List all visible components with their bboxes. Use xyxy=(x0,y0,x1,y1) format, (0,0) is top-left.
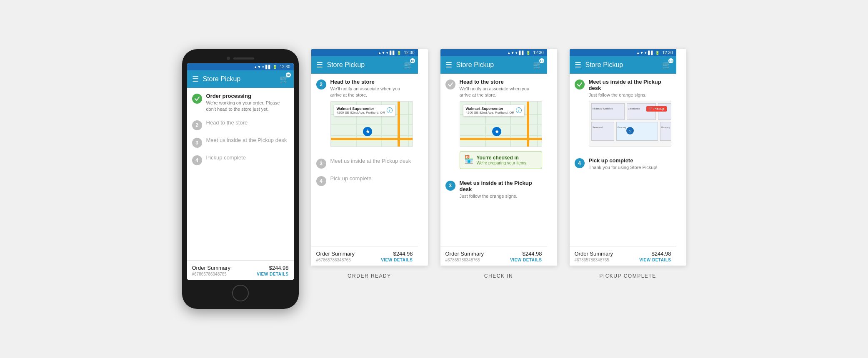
status-bar: ▲▼ ▾ ▋▋ 🔋 12:30 xyxy=(187,63,294,70)
checkin-title: You're checked in xyxy=(477,155,528,161)
order-summary-bar: Order Summary $244.98 #67865786348765 VI… xyxy=(440,246,547,266)
cart-wrap[interactable]: 🛒 10 xyxy=(404,60,413,70)
step-title: Meet us inside at the Pickup desk xyxy=(460,180,542,192)
step-circle: 4 xyxy=(575,158,585,168)
view-details-link[interactable]: VIEW DETAILS xyxy=(257,272,288,276)
menu-icon[interactable]: ☰ xyxy=(316,60,323,70)
battery-icon: 🔋 xyxy=(526,51,530,55)
step-text: Meet us inside at the Pickup deskJust fo… xyxy=(589,79,671,151)
nav-icon: ▲▼ xyxy=(254,65,261,69)
view-details-link[interactable]: VIEW DETAILS xyxy=(639,258,671,262)
cart-wrap[interactable]: 🛒 10 xyxy=(280,75,289,84)
step-text: Meet us inside at the Pickup desk xyxy=(330,158,413,164)
time-display: 12:30 xyxy=(280,65,290,69)
checkin-box: 🏪 You're checked in We're preparing your… xyxy=(460,151,542,169)
order-summary-top: Order Summary $244.98 xyxy=(575,251,671,257)
room1-label: Health & Wellness xyxy=(592,107,614,110)
menu-icon[interactable]: ☰ xyxy=(445,60,452,70)
screen-screen2: ▲▼ ▾ ▋▋ 🔋 12:30 ☰ Store Pickup 🛒 10 2Hea… xyxy=(311,49,418,266)
step-text: Pick up complete xyxy=(330,175,413,181)
step-desc: Just follow the orange signs. xyxy=(589,92,671,98)
cart-count: 10 xyxy=(539,58,544,63)
room2-label: Electronics xyxy=(627,107,641,110)
app-bar: ☰ Store Pickup 🛒 10 xyxy=(311,56,418,74)
step-title: Head to the store xyxy=(460,79,542,85)
map-info-box: Walmart Supercenter 4200 SE 82nd Ave, Po… xyxy=(463,105,525,116)
order-summary-bottom: #67865786348765 VIEW DETAILS xyxy=(575,258,671,262)
step-content-area: 2Head to the storeWe'll notify an associ… xyxy=(311,74,418,246)
screen-label-1: ORDER READY xyxy=(348,273,391,279)
steps-area: 2Head to the storeWe'll notify an associ… xyxy=(316,79,413,193)
step-item: 4Pick up complete xyxy=(316,175,413,186)
pickup-badge: 🛒 Pickup xyxy=(646,106,666,112)
menu-icon[interactable]: ☰ xyxy=(575,60,581,70)
battery-icon: 🔋 xyxy=(655,51,660,55)
step-text: Meet us inside at the Pickup desk xyxy=(206,137,289,143)
order-price: $244.98 xyxy=(393,251,413,257)
nav-icon: ▲▼ xyxy=(378,51,385,55)
wifi-icon: ▾ xyxy=(515,51,518,55)
app-title: Store Pickup xyxy=(456,61,529,69)
step-circle xyxy=(445,80,455,90)
step-text: Meet us inside at the Pickup deskJust fo… xyxy=(460,180,542,199)
signal-icon: ▋▋ xyxy=(265,65,271,69)
info-icon[interactable]: i xyxy=(387,107,393,113)
time-display: 12:30 xyxy=(533,50,543,55)
cart-wrap[interactable]: 🛒 10 xyxy=(533,60,542,70)
order-summary-bar: Order Summary $244.98 #67865786348765 VI… xyxy=(570,246,676,266)
order-summary-bottom: #67865786348765 VIEW DETAILS xyxy=(192,272,289,276)
floorplan-inner: Health & Wellness Electronics Seasonal G… xyxy=(589,101,671,146)
order-summary-top: Order Summary $244.98 xyxy=(316,251,413,257)
nav-icon: ▲▼ xyxy=(507,51,515,55)
step-item: Order processingWe're working on your or… xyxy=(192,93,289,113)
room5: Grocery xyxy=(616,122,658,141)
order-price: $244.98 xyxy=(523,251,542,257)
info-icon[interactable]: i xyxy=(516,107,522,113)
map-block[interactable]: Walmart Supercenter 4200 SE 82nd Ave, Po… xyxy=(330,101,413,147)
phone-home-btn[interactable] xyxy=(232,285,249,301)
app-title: Store Pickup xyxy=(327,61,400,69)
view-details-link[interactable]: VIEW DETAILS xyxy=(510,258,542,262)
home-icon-badge: ⌂ xyxy=(626,127,634,134)
cart-count: 10 xyxy=(286,72,291,77)
app-title: Store Pickup xyxy=(585,61,658,69)
order-number: #67865786348765 xyxy=(192,272,227,276)
step-title: Meet us inside at the Pickup desk xyxy=(206,137,289,143)
step-title: Meet us inside at the Pickup desk xyxy=(330,158,413,164)
cart-wrap[interactable]: 🛒 10 xyxy=(662,60,671,70)
battery-icon: 🔋 xyxy=(273,65,277,69)
step-desc: We'll notify an associate when you arriv… xyxy=(330,86,413,99)
step-desc: Just follow the orange signs. xyxy=(460,193,542,199)
step-circle: 2 xyxy=(192,120,202,130)
cart-count: 10 xyxy=(668,58,673,63)
naked-wrap-3: ▲▼ ▾ ▋▋ 🔋 12:30 ☰ Store Pickup 🛒 10 Meet… xyxy=(570,49,686,279)
menu-icon[interactable]: ☰ xyxy=(192,75,199,84)
phone-speaker xyxy=(233,57,254,60)
order-label: Order Summary xyxy=(575,251,613,257)
step-circle: 3 xyxy=(445,181,455,191)
naked-wrap-1: ▲▼ ▾ ▋▋ 🔋 12:30 ☰ Store Pickup 🛒 10 2Hea… xyxy=(311,49,428,279)
app-bar: ☰ Store Pickup 🛒 10 xyxy=(570,56,676,74)
order-number: #67865786348765 xyxy=(316,258,351,262)
step-item: 2Head to the storeWe'll notify an associ… xyxy=(316,79,413,151)
order-price: $244.98 xyxy=(269,265,289,271)
battery-icon: 🔋 xyxy=(397,51,401,55)
walmart-pin: ★ xyxy=(492,127,501,140)
signal-icon: ▋▋ xyxy=(519,51,525,55)
view-details-link[interactable]: VIEW DETAILS xyxy=(381,258,413,262)
naked-screen-3: ▲▼ ▾ ▋▋ 🔋 12:30 ☰ Store Pickup 🛒 10 Meet… xyxy=(570,49,686,266)
room6: Grocery xyxy=(660,122,671,141)
map-block[interactable]: Walmart Supercenter 4200 SE 82nd Ave, Po… xyxy=(460,101,542,147)
status-icons: ▲▼ ▾ ▋▋ 🔋 12:30 xyxy=(636,50,673,55)
step-item: 4Pickup complete xyxy=(192,154,289,165)
order-summary-top: Order Summary $244.98 xyxy=(192,265,289,271)
order-summary-bar: Order Summary $244.98 #67865786348765 VI… xyxy=(311,246,418,266)
step-text: Head to the store xyxy=(206,119,289,126)
wifi-icon: ▾ xyxy=(386,51,388,55)
step-text: Pickup complete xyxy=(206,154,289,161)
step-title: Order processing xyxy=(206,93,289,99)
map-inner: Walmart Supercenter 4200 SE 82nd Ave, Po… xyxy=(460,102,542,147)
status-icons: ▲▼ ▾ ▋▋ 🔋 12:30 xyxy=(378,50,415,55)
step-content-area: Head to the storeWe'll notify an associa… xyxy=(440,74,547,246)
step-item: 3Meet us inside at the Pickup desk xyxy=(192,137,289,148)
